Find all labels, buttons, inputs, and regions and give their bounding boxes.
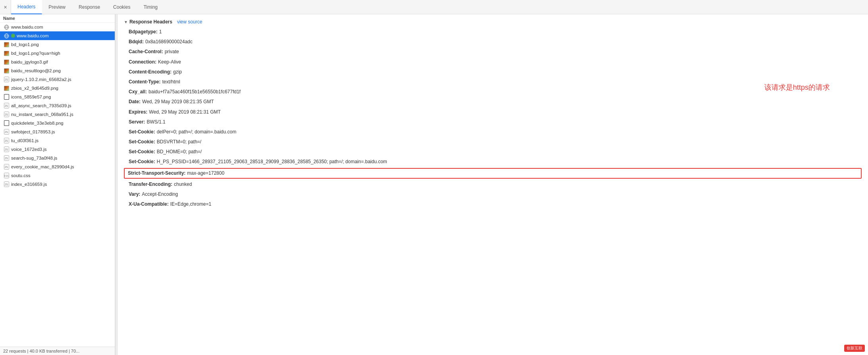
header-name: Cache-Control: [129, 48, 163, 56]
file-item[interactable]: JS index_e316659.js [0, 180, 115, 189]
header-value: H_PS_PSSID=1466_28937_21105_29063_28518_… [157, 158, 387, 166]
file-type-icon [3, 68, 10, 73]
file-name: www.baidu.com [11, 25, 43, 29]
file-type-icon: JS [3, 138, 10, 143]
header-value: 1 [159, 28, 162, 36]
header-name: Vary: [129, 191, 140, 198]
file-name: quickdelete_33e3eb8.png [11, 121, 64, 125]
header-row: Content-Encoding: gzip [124, 67, 862, 77]
header-name: Date: [129, 98, 141, 106]
headers-panel[interactable]: ▼ Response Headers view source Bdpagetyp… [118, 14, 868, 355]
file-item[interactable]: bd_logo1.png [0, 40, 115, 49]
header-value: max-age=172800 [187, 170, 224, 177]
file-name: zbios_x2_9d645d9.png [11, 86, 58, 91]
header-name: Server: [129, 118, 145, 126]
header-row: Strict-Transport-Security: max-age=17280… [124, 168, 862, 179]
file-name: voice_1672ed3.js [11, 147, 47, 152]
file-item[interactable]: baidu_resultlogo@2.png [0, 66, 115, 75]
file-name: all_async_search_7935d39.js [11, 103, 71, 108]
header-value: Accept-Encoding [142, 191, 178, 198]
tab-close-button[interactable]: × [0, 0, 11, 14]
watermark: 创新互联 [844, 345, 865, 352]
file-type-icon [3, 42, 10, 47]
file-item[interactable]: JS tu_d03f361.js [0, 136, 115, 145]
file-item[interactable]: JS nu_instant_search_068a951.js [0, 110, 115, 119]
file-name: every_cookie_mac_82990d4.js [11, 164, 74, 169]
header-name: Bdpagetype: [129, 28, 158, 36]
file-type-icon [3, 24, 10, 30]
svg-text:JS: JS [4, 139, 8, 143]
header-row: Set-Cookie: BD_HOME=0; path=/ [124, 147, 862, 157]
tab-timing[interactable]: Timing [137, 0, 164, 14]
file-name: index_e316659.js [11, 182, 47, 187]
file-list[interactable]: www.baidu.com www.baidu.combd_logo1.pngb… [0, 23, 115, 347]
file-type-icon [3, 33, 10, 39]
header-value: Wed, 29 May 2019 08:21:35 GMT [142, 98, 214, 106]
file-type-icon: JS [3, 77, 10, 82]
file-item[interactable]: CSS soutu.css [0, 171, 115, 180]
header-value: Wed, 29 May 2019 08:21:31 GMT [149, 108, 221, 116]
header-value: BD_HOME=0; path=/ [157, 148, 202, 156]
file-item[interactable]: JS search-sug_73a0f48.js [0, 154, 115, 162]
header-value: 0x8a16869000024adc [145, 38, 193, 46]
file-list-panel: Name www.baidu.com www.baidu.combd_logo1… [0, 14, 115, 355]
file-item[interactable]: zbios_x2_9d645d9.png [0, 84, 115, 93]
header-value: baidu+f7a75ac460f15b1e56550b1fc677fd1f [149, 88, 241, 96]
header-row: Server: BWS/1.1 [124, 117, 862, 127]
header-name: Connection: [129, 58, 156, 66]
file-item[interactable]: baidu_jgylogo3.gif [0, 58, 115, 66]
file-item[interactable]: www.baidu.com [0, 31, 115, 40]
svg-text:JS: JS [4, 131, 8, 134]
header-value: text/html [162, 78, 180, 86]
file-list-header: Name [0, 14, 115, 23]
file-name: soutu.css [11, 173, 31, 178]
file-name: jquery-1.10.2.min_65682a2.js [11, 77, 71, 82]
file-type-icon: JS [3, 147, 10, 152]
tab-cookies[interactable]: Cookies [107, 0, 137, 14]
file-name: www.baidu.com [17, 33, 49, 38]
section-toggle[interactable]: ▼ [124, 20, 128, 24]
file-type-icon: JS [3, 112, 10, 117]
file-name: nu_instant_search_068a951.js [11, 112, 73, 117]
header-value: delPer=0; path=/; domain=.baidu.com [157, 128, 236, 136]
header-value: IE=Edge,chrome=1 [170, 201, 211, 208]
header-row: Date: Wed, 29 May 2019 08:21:35 GMT [124, 97, 862, 107]
file-item[interactable]: JS every_cookie_mac_82990d4.js [0, 162, 115, 171]
svg-text:CSS: CSS [4, 174, 8, 177]
header-row: Vary: Accept-Encoding [124, 189, 862, 199]
file-item[interactable]: icons_5859e57.png [0, 93, 115, 101]
tab-response[interactable]: Response [72, 0, 107, 14]
svg-text:JS: JS [4, 148, 8, 151]
header-row: Set-Cookie: delPer=0; path=/; domain=.ba… [124, 127, 862, 137]
header-name: Set-Cookie: [129, 158, 155, 166]
file-item[interactable]: www.baidu.com [0, 23, 115, 31]
file-item[interactable]: quickdelete_33e3eb8.png [0, 119, 115, 127]
file-item[interactable]: JS all_async_search_7935d39.js [0, 101, 115, 110]
header-row: Set-Cookie: H_PS_PSSID=1466_28937_21105_… [124, 157, 862, 167]
header-name: Bdqid: [129, 38, 144, 46]
header-value: gzip [173, 68, 182, 76]
file-list-footer: 22 requests | 40.0 KB transferred | 70..… [0, 347, 115, 355]
file-name: swfobject_0178953.js [11, 129, 55, 134]
tab-headers[interactable]: Headers [11, 0, 42, 14]
header-row: Connection: Keep-Alive [124, 57, 862, 67]
file-type-icon [3, 120, 10, 126]
file-type-icon: JS [3, 155, 10, 161]
file-item[interactable]: JS swfobject_0178953.js [0, 127, 115, 136]
file-item[interactable]: JS voice_1672ed3.js [0, 145, 115, 154]
file-name: tu_d03f361.js [11, 138, 39, 143]
header-row: Bdqid: 0x8a16869000024adc [124, 37, 862, 47]
svg-text:JS: JS [4, 157, 8, 160]
header-row: Cache-Control: private [124, 47, 862, 57]
svg-text:JS: JS [4, 104, 8, 108]
tab-bar: × Headers Preview Response Cookies Timin… [0, 0, 868, 14]
file-name: baidu_resultlogo@2.png [11, 68, 61, 73]
file-type-icon: JS [3, 164, 10, 170]
tab-preview[interactable]: Preview [42, 0, 72, 14]
header-name: Cxy_all: [129, 88, 147, 96]
header-row: Transfer-Encoding: chunked [124, 179, 862, 189]
view-source-link[interactable]: view source [177, 19, 202, 25]
file-type-icon: CSS [3, 173, 10, 178]
file-item[interactable]: JS jquery-1.10.2.min_65682a2.js [0, 75, 115, 84]
file-item[interactable]: bd_logo1.png?qua=high [0, 49, 115, 58]
